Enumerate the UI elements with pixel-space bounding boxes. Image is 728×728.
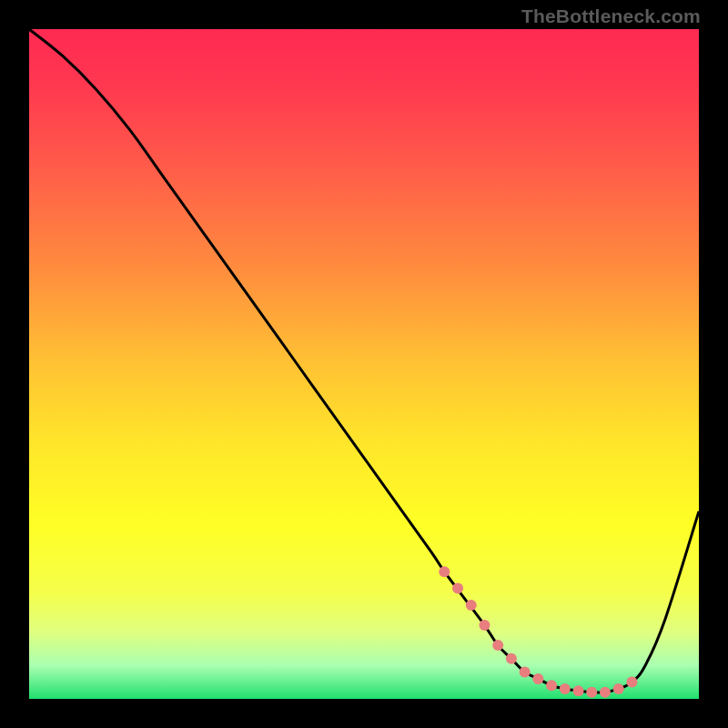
- highlight-dot: [626, 677, 637, 688]
- highlight-dot: [613, 683, 624, 694]
- highlight-dot: [532, 673, 543, 684]
- highlight-dot: [586, 687, 597, 698]
- chart-frame: TheBottleneck.com: [0, 0, 728, 728]
- highlight-dot: [546, 680, 557, 691]
- highlight-dot: [573, 685, 584, 696]
- highlight-dot: [452, 583, 463, 594]
- highlight-dot: [492, 640, 503, 651]
- highlight-dot: [600, 687, 611, 698]
- highlight-dot: [520, 667, 531, 678]
- plot-area: [29, 29, 699, 699]
- highlight-dot: [560, 683, 571, 694]
- watermark-text: TheBottleneck.com: [521, 5, 701, 27]
- highlight-dot: [479, 620, 490, 631]
- highlight-dot: [439, 566, 450, 577]
- bottleneck-curve: [29, 29, 699, 693]
- highlight-dots-group: [439, 566, 637, 697]
- highlight-dot: [466, 600, 477, 611]
- curve-layer: [29, 29, 699, 699]
- highlight-dot: [506, 653, 517, 664]
